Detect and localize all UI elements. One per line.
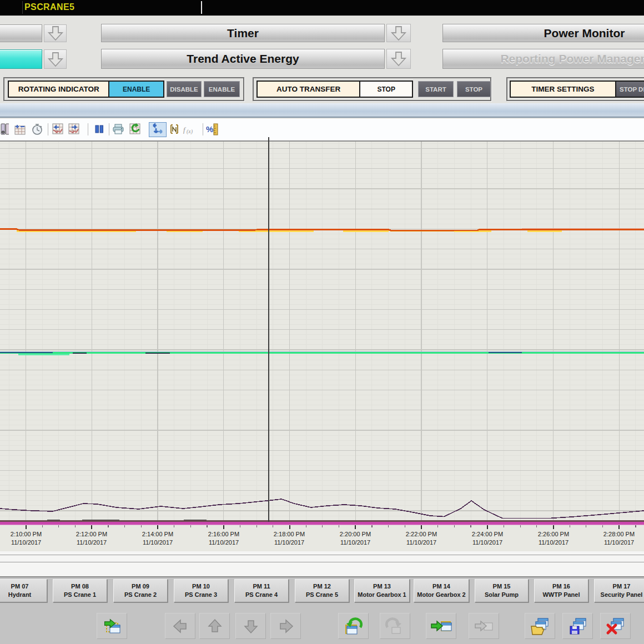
svg-text:%: % bbox=[206, 124, 213, 134]
svg-text:(x): (x) bbox=[187, 128, 193, 135]
